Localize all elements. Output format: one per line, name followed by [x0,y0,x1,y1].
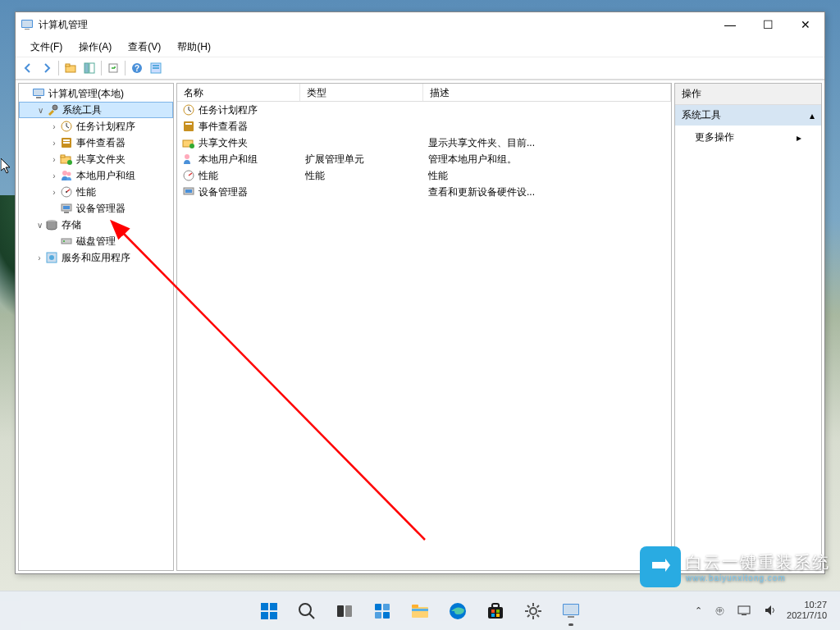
svg-point-23 [67,160,72,165]
explorer-button[interactable] [404,595,436,628]
refresh-button[interactable] [104,59,122,77]
list-item-event-viewer[interactable]: 事件查看器 [177,118,671,135]
svg-rect-53 [345,605,352,617]
tree-task-scheduler[interactable]: › 任务计划程序 [19,118,173,135]
svg-rect-14 [34,89,43,95]
svg-rect-67 [496,614,500,617]
tray-volume-icon[interactable] [760,604,780,617]
svg-rect-52 [337,605,344,617]
expand-icon[interactable]: › [48,171,60,180]
tree-root[interactable]: 计算机管理(本地) [19,85,173,102]
show-hide-tree-button[interactable] [80,59,98,77]
expand-icon[interactable]: › [48,155,60,164]
list-item-task-scheduler[interactable]: 任务计划程序 [177,102,671,118]
tree-performance[interactable]: › 性能 [19,184,173,200]
tree-local-users[interactable]: › 本地用户和组 [19,167,173,184]
menu-file[interactable]: 文件(F) [22,39,71,56]
menu-help[interactable]: 帮助(H) [169,39,219,56]
maximize-button[interactable]: ☐ [749,12,787,37]
svg-rect-37 [184,121,194,131]
list-panel: 名称 类型 描述 任务计划程序 事件查看器 共享文件夹 显示 [176,83,672,571]
minimize-button[interactable]: — [711,12,749,37]
start-button[interactable] [253,595,285,628]
settings-button[interactable] [517,595,550,628]
event-icon [182,120,195,133]
actions-section[interactable]: 系统工具 ▴ [675,105,821,126]
forward-button[interactable] [38,59,56,77]
tray-time: 10:27 [804,600,827,610]
list-body[interactable]: 任务计划程序 事件查看器 共享文件夹 显示共享文件夹、目前... 本地用户和组 … [177,102,671,570]
svg-rect-22 [61,155,65,158]
tray-language-icon[interactable]: ㊥ [712,605,728,617]
computer-icon [32,87,45,100]
taskbar[interactable]: ⌃ ㊥ 10:27 2021/7/10 [0,591,840,630]
expand-icon[interactable]: › [48,122,60,131]
more-actions-link[interactable]: 更多操作 ▸ [675,126,821,149]
tree-panel[interactable]: 计算机管理(本地) ∨ 系统工具 › 任务计划程序 › 事件查看器 › 共享文件… [18,83,174,571]
col-type[interactable]: 类型 [300,84,423,101]
tree-storage[interactable]: ∨ 存储 [19,217,173,233]
tree-disk-management[interactable]: 磁盘管理 [19,233,173,249]
close-button[interactable]: ✕ [787,12,824,37]
tree-event-viewer[interactable]: › 事件查看器 [19,135,173,151]
collapse-icon[interactable]: ∨ [34,221,45,230]
svg-rect-4 [66,64,70,66]
svg-line-51 [309,614,314,619]
list-item-performance[interactable]: 性能 性能 性能 [177,167,671,184]
tree-item-label: 设备管理器 [76,202,126,216]
tree-shared-folders[interactable]: › 共享文件夹 [19,151,173,167]
svg-rect-65 [496,609,500,613]
cell-name: 本地用户和组 [199,153,258,167]
cell-name: 事件查看器 [199,120,248,134]
svg-rect-58 [412,607,428,618]
back-button[interactable] [19,59,37,77]
menubar: 文件(F) 操作(A) 查看(V) 帮助(H) [16,37,824,57]
tree-system-tools[interactable]: ∨ 系统工具 [19,102,173,118]
toolbar: ? [16,57,824,80]
properties-button[interactable] [147,59,165,77]
event-icon [60,136,73,149]
tray-chevron-icon[interactable]: ⌃ [692,605,705,616]
svg-rect-44 [185,189,192,193]
list-item-shared-folders[interactable]: 共享文件夹 显示共享文件夹、目前... [177,135,671,151]
search-button[interactable] [290,595,323,628]
actions-panel: 操作 系统工具 ▴ 更多操作 ▸ [674,83,822,571]
tree-device-manager[interactable]: 设备管理器 [19,200,173,217]
svg-rect-64 [491,609,495,613]
shared-icon [182,136,195,149]
taskview-button[interactable] [328,595,361,628]
menu-action[interactable]: 操作(A) [71,39,120,56]
compmgmt-taskbar-button[interactable] [555,595,587,628]
svg-rect-32 [62,239,71,244]
tray-clock[interactable]: 10:27 2021/7/10 [787,600,833,621]
help-button[interactable]: ? [128,59,146,77]
expand-icon[interactable]: › [34,253,45,262]
collapse-icon[interactable]: ∨ [34,106,46,115]
col-name[interactable]: 名称 [177,84,300,101]
edge-button[interactable] [441,595,474,628]
device-icon [60,202,73,215]
list-item-device-manager[interactable]: 设备管理器 查看和更新设备硬件设... [177,184,671,200]
svg-text:?: ? [135,64,139,73]
svg-rect-30 [64,212,69,213]
col-desc[interactable]: 描述 [423,84,671,101]
store-button[interactable] [479,595,512,628]
performance-icon [182,169,195,182]
menu-view[interactable]: 查看(V) [120,39,169,56]
cell-name: 性能 [199,169,218,183]
expand-icon[interactable]: › [48,139,60,148]
tray-network-icon[interactable] [734,604,754,617]
expand-icon[interactable]: › [48,188,60,197]
system-tray[interactable]: ⌃ ㊥ 10:27 2021/7/10 [692,591,833,630]
list-item-local-users[interactable]: 本地用户和组 扩展管理单元 管理本地用户和组。 [177,151,671,167]
tree-item-label: 共享文件夹 [76,153,126,167]
svg-rect-12 [153,67,159,69]
widgets-button[interactable] [366,595,399,628]
cell-desc: 显示共享文件夹、目前... [423,136,671,150]
svg-rect-29 [63,206,70,209]
up-button[interactable] [62,59,80,77]
svg-point-33 [63,240,65,242]
titlebar[interactable]: 计算机管理 — ☐ ✕ [16,12,824,37]
tree-services-apps[interactable]: › 服务和应用程序 [19,249,173,266]
list-header: 名称 类型 描述 [177,84,671,102]
